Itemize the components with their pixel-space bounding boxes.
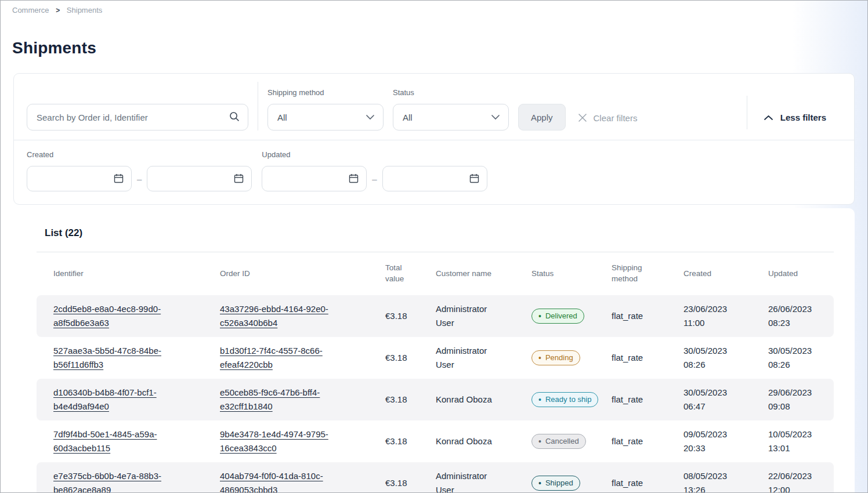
search-field: [27, 104, 248, 130]
shipping-method: flat_rate: [612, 309, 683, 323]
shipping-method: flat_rate: [612, 476, 683, 490]
shipping-method: flat_rate: [612, 351, 683, 365]
created-date: 08/05/2023 13:26: [683, 469, 768, 493]
status-select[interactable]: All: [393, 104, 509, 130]
calendar-icon[interactable]: [233, 173, 244, 184]
table-row: 2cdd5eb8-e8a0-4ec8-99d0-a8f5db6e3a63 43a…: [37, 295, 834, 337]
identifier-link[interactable]: 2cdd5eb8-e8a0-4ec8-99d0-a8f5db6e3a63: [53, 304, 161, 328]
total-value: €3.18: [385, 309, 436, 323]
order-id-link[interactable]: 404ab794-f0f0-41da-810c-4869053cbbd3: [220, 471, 323, 493]
updated-date: 29/06/2023 09:08: [768, 386, 843, 414]
customer-name: Administrator User: [436, 344, 531, 372]
date-range-separator: –: [137, 174, 142, 184]
status-badge: Ready to ship: [531, 392, 598, 407]
status-badge: Cancelled: [531, 434, 586, 449]
shipments-list-panel: List (22) Identifier Order ID Total valu…: [13, 208, 855, 493]
table-header-row: Identifier Order ID Total value Customer…: [37, 252, 834, 295]
order-id-link[interactable]: b1d30f12-7f4c-4557-8c66-efeaf4220cbb: [220, 346, 323, 369]
table-body: 2cdd5eb8-e8a0-4ec8-99d0-a8f5db6e3a63 43a…: [37, 295, 834, 493]
customer-name: Administrator User: [436, 469, 531, 493]
table-row: d106340b-b4b8-4f07-bcf1-b4e4d9af94e0 e50…: [37, 379, 834, 420]
updated-filter-label: Updated: [262, 150, 487, 159]
shipping-method: flat_rate: [612, 393, 683, 407]
table-row: e7e375cb-6b0b-4e7a-88b3-be862ace8a89 404…: [37, 462, 834, 493]
order-id-link[interactable]: 9b4e3478-1e4d-4974-9795-16cea3843cc0: [220, 429, 328, 453]
status-badge: Shipped: [531, 476, 580, 491]
search-icon: [229, 111, 240, 122]
apply-button[interactable]: Apply: [518, 104, 566, 130]
updated-from-field: [262, 166, 367, 191]
status-value: All: [403, 113, 413, 122]
breadcrumb-separator: >: [56, 6, 60, 14]
updated-date: 22/06/2023 12:00: [768, 469, 843, 493]
less-filters-toggle[interactable]: Less filters: [764, 113, 826, 122]
breadcrumb-commerce[interactable]: Commerce: [12, 6, 49, 14]
identifier-link[interactable]: 527aae3a-5b5d-47c8-84be-b56f11d6ffb3: [53, 346, 161, 369]
breadcrumb: Commerce > Shipments: [1, 1, 867, 14]
created-to-field: [147, 166, 252, 191]
clear-filters-label: Clear filters: [594, 113, 638, 123]
column-header-identifier: Identifier: [53, 269, 220, 280]
updated-date: 26/06/2023 08:23: [768, 302, 843, 330]
order-id-link[interactable]: 43a37296-ebbd-4164-92e0-c526a340b6b4: [220, 304, 328, 328]
page-title: Shipments: [12, 39, 867, 57]
close-icon: [577, 113, 588, 123]
updated-to-field: [382, 166, 487, 191]
total-value: €3.18: [385, 393, 436, 407]
created-date: 23/06/2023 11:00: [683, 302, 768, 330]
table-row: 527aae3a-5b5d-47c8-84be-b56f11d6ffb3 b1d…: [37, 337, 834, 379]
filter-panel: Shipping method All Status All: [13, 73, 855, 205]
shipping-method-select[interactable]: All: [267, 104, 384, 130]
created-date: 09/05/2023 20:33: [683, 427, 768, 455]
breadcrumb-shipments[interactable]: Shipments: [67, 6, 102, 14]
shipping-method-value: All: [277, 113, 287, 122]
clear-filters-button[interactable]: Clear filters: [577, 113, 638, 123]
calendar-icon[interactable]: [348, 173, 359, 184]
column-header-updated: Updated: [768, 269, 843, 280]
status-label: Status: [393, 88, 509, 97]
total-value: €3.18: [385, 476, 436, 490]
customer-name: Konrad Oboza: [436, 393, 531, 407]
chevron-down-icon: [491, 114, 500, 120]
list-title: List (22): [45, 227, 834, 239]
search-input[interactable]: [27, 104, 248, 130]
column-header-total-value: Total value: [385, 263, 436, 285]
identifier-link[interactable]: d106340b-b4b8-4f07-bcf1-b4e4d9af94e0: [53, 387, 157, 411]
updated-date: 10/05/2023 13:01: [768, 427, 843, 455]
status-badge: Delivered: [531, 309, 584, 324]
created-date: 30/05/2023 06:47: [683, 386, 768, 414]
total-value: €3.18: [385, 434, 436, 448]
shipping-method-label: Shipping method: [267, 88, 384, 97]
filter-divider: [747, 96, 747, 129]
column-header-customer-name: Customer name: [436, 269, 531, 280]
column-header-status: Status: [531, 269, 612, 280]
identifier-link[interactable]: e7e375cb-6b0b-4e7a-88b3-be862ace8a89: [53, 471, 161, 493]
created-from-field: [27, 166, 132, 191]
chevron-up-icon: [764, 115, 773, 121]
calendar-icon[interactable]: [113, 173, 124, 184]
created-date: 30/05/2023 08:26: [683, 344, 768, 372]
identifier-link[interactable]: 7df9f4bd-50e1-4845-a59a-60d3acbeb115: [53, 429, 157, 453]
less-filters-label: Less filters: [780, 113, 826, 122]
status-badge: Pending: [531, 350, 580, 365]
column-header-created: Created: [683, 269, 768, 280]
chevron-down-icon: [366, 114, 375, 120]
calendar-icon[interactable]: [469, 173, 480, 184]
updated-date: 30/05/2023 08:26: [768, 344, 843, 372]
shipping-method: flat_rate: [612, 434, 683, 448]
order-id-link[interactable]: e50ceb85-f9c6-47b6-bff4-e32cff1b1840: [220, 387, 320, 411]
column-header-order-id: Order ID: [220, 269, 385, 280]
customer-name: Konrad Oboza: [436, 434, 531, 448]
table-row: 7df9f4bd-50e1-4845-a59a-60d3acbeb115 9b4…: [37, 420, 834, 462]
total-value: €3.18: [385, 351, 436, 365]
date-range-separator: –: [372, 174, 377, 184]
customer-name: Administrator User: [436, 302, 531, 330]
filter-divider: [258, 82, 258, 130]
created-filter-label: Created: [27, 150, 252, 159]
column-header-shipping-method: Shipping method: [612, 263, 683, 285]
